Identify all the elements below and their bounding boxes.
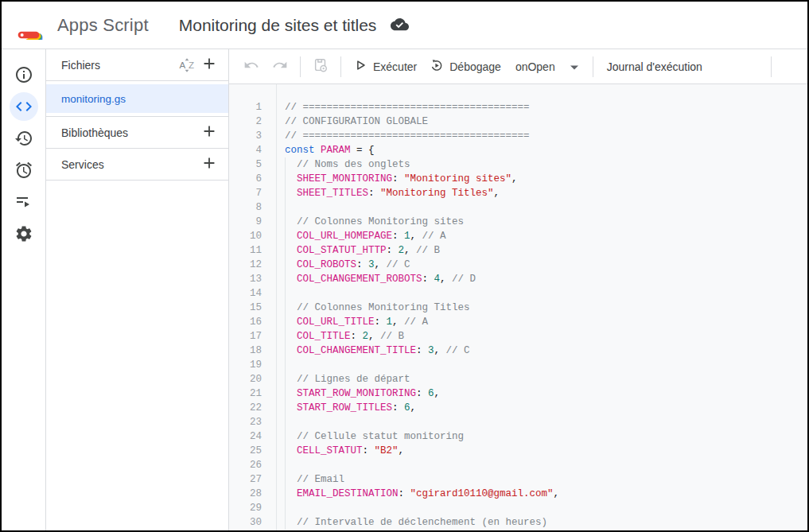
- line-number: 8: [229, 200, 262, 215]
- plus-icon: [200, 122, 218, 142]
- services-section: Services: [46, 149, 228, 181]
- nav-executions-button[interactable]: [8, 186, 40, 218]
- line-number: 24: [229, 429, 262, 444]
- svg-text:A: A: [180, 60, 186, 70]
- save-project-icon: [313, 57, 329, 76]
- line-number: 3: [229, 129, 262, 143]
- code-editor[interactable]: 1234567891011121314151617181920212223242…: [229, 84, 807, 530]
- line-number-gutter: 1234567891011121314151617181920212223242…: [229, 84, 277, 530]
- line-number: 13: [229, 272, 262, 286]
- line-number: 10: [229, 229, 262, 243]
- line-number: 21: [229, 386, 262, 401]
- info-icon: [10, 60, 38, 89]
- code-line: [285, 458, 807, 472]
- code-line: [285, 358, 807, 372]
- code-line: COL_URL_HOMEPAGE: 1, // A: [285, 229, 807, 243]
- line-number: 27: [229, 472, 262, 487]
- add-service-button[interactable]: [198, 153, 220, 176]
- add-library-button[interactable]: [198, 122, 220, 144]
- code-line: COL_TITLE: 2, // B: [285, 329, 807, 344]
- nav-editor-button[interactable]: [8, 91, 40, 122]
- code-line: // =====================================…: [285, 100, 807, 115]
- code-line: // Colonnes Monitoring sites: [285, 215, 807, 229]
- code-line: COL_URL_TITLE: 1, // A: [285, 315, 807, 329]
- code-line: EMAIL_DESTINATION: "cgirard10110@gmail.c…: [285, 487, 807, 501]
- plus-icon: [200, 154, 218, 174]
- file-list: monitoring.gs: [46, 81, 228, 117]
- undo-button[interactable]: [237, 52, 266, 80]
- services-label: Services: [61, 158, 198, 171]
- line-number: 12: [229, 258, 262, 272]
- play-icon: [353, 58, 368, 75]
- line-number: 9: [229, 215, 262, 229]
- debug-icon: [430, 58, 444, 75]
- function-selector[interactable]: onOpen: [508, 56, 587, 78]
- code-pane[interactable]: // =====================================…: [277, 84, 807, 530]
- line-number: 6: [229, 172, 262, 186]
- code-line: // Colonnes Monitoring Titles: [285, 301, 807, 315]
- line-number: 16: [229, 315, 262, 329]
- code-line: CELL_STATUT: "B2",: [285, 444, 807, 458]
- az-sort-icon[interactable]: A Z: [176, 54, 198, 76]
- undo-icon: [243, 57, 259, 76]
- debug-button[interactable]: Débogage: [423, 53, 508, 80]
- code-line: [285, 501, 807, 515]
- code-line: // =====================================…: [285, 129, 807, 143]
- svg-text:Z: Z: [189, 60, 194, 70]
- executions-icon: [10, 188, 38, 216]
- project-title[interactable]: Monitoring de sites et titles: [179, 16, 377, 35]
- add-file-button[interactable]: [198, 54, 220, 76]
- code-line: // Intervalle de déclenchement (en heure…: [285, 515, 807, 530]
- code-line: SHEET_MONITORING: "Monitoring sites",: [285, 172, 807, 186]
- code-line: START_ROW_TITLES: 6,: [285, 401, 807, 415]
- gear-icon: [10, 219, 38, 248]
- run-label: Exécuter: [373, 60, 417, 73]
- toolbar-divider: [593, 56, 593, 77]
- line-number: 23: [229, 415, 262, 429]
- line-number: 20: [229, 372, 262, 386]
- libraries-section: Bibliothèques: [46, 117, 228, 149]
- debug-label: Débogage: [449, 60, 501, 73]
- code-line: [285, 415, 807, 429]
- run-button[interactable]: Exécuter: [347, 53, 423, 80]
- app-name: Apps Script: [57, 15, 149, 36]
- files-panel: Fichiers A Z monitoring.gs: [46, 49, 229, 530]
- toolbar-divider: [771, 56, 772, 77]
- nav-version-history-button[interactable]: [8, 122, 40, 154]
- code-line: [285, 200, 807, 215]
- code-line: COL_CHANGEMENT_ROBOTS: 4, // D: [285, 272, 807, 286]
- line-number: 25: [229, 444, 262, 458]
- nav-overview-button[interactable]: [8, 59, 40, 91]
- code-line: COL_ROBOTS: 3, // C: [285, 258, 807, 272]
- nav-triggers-button[interactable]: [8, 154, 40, 186]
- code-line: // Noms des onglets: [285, 157, 807, 172]
- line-number: 22: [229, 401, 262, 415]
- line-number: 1: [229, 100, 262, 115]
- redo-button[interactable]: [266, 52, 294, 80]
- code-line: const PARAM = {: [285, 143, 807, 157]
- apps-script-logo[interactable]: [16, 10, 49, 41]
- files-panel-header: Fichiers A Z: [46, 49, 228, 81]
- toolbar-divider: [340, 56, 341, 77]
- code-icon: [10, 92, 38, 121]
- indent-guide: [285, 157, 286, 530]
- code-line: // Email: [285, 472, 807, 487]
- libraries-label: Bibliothèques: [61, 126, 198, 139]
- line-number: 15: [229, 301, 262, 315]
- code-line: SHEET_TITLES: "Monitoring Titles",: [285, 186, 807, 200]
- nav-settings-button[interactable]: [8, 218, 40, 250]
- execution-log-button[interactable]: Journal d'exécution: [599, 56, 710, 78]
- apps-script-window: Apps Script Monitoring de sites et title…: [0, 0, 809, 532]
- nav-rail: [2, 49, 46, 530]
- line-number: 2: [229, 115, 262, 129]
- code-line: COL_CHANGEMENT_TITLE: 3, // C: [285, 344, 807, 358]
- main-body: Fichiers A Z monitoring.gs: [2, 49, 807, 530]
- file-item-monitoring-gs[interactable]: monitoring.gs: [46, 84, 228, 113]
- files-header-label: Fichiers: [61, 59, 176, 72]
- save-project-button[interactable]: [306, 52, 335, 80]
- line-number: 30: [229, 515, 262, 530]
- line-number: 7: [229, 186, 262, 200]
- history-icon: [10, 124, 38, 153]
- redo-icon: [272, 57, 288, 76]
- line-number: 19: [229, 358, 262, 372]
